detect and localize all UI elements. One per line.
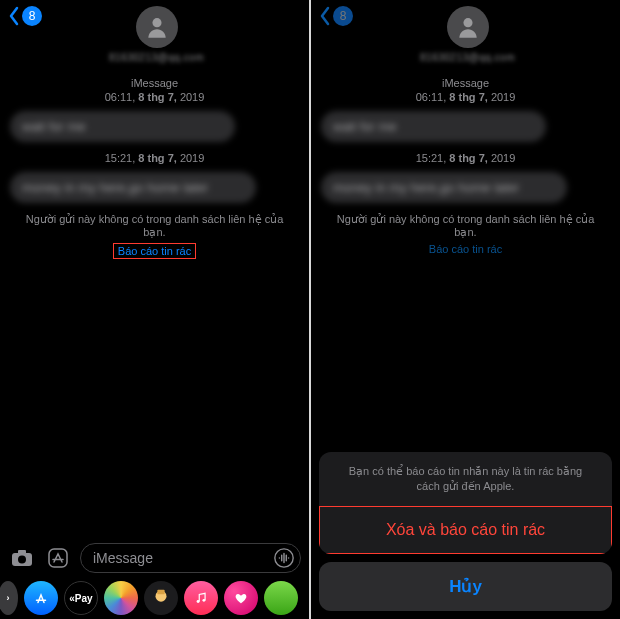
photos-icon[interactable] <box>104 581 138 615</box>
delete-report-button[interactable]: Xóa và báo cáo tin rác <box>319 506 612 554</box>
phone-left: 8 81630213@qq.com iMessage 06:11, 8 thg … <box>0 0 309 619</box>
svg-point-10 <box>463 18 472 27</box>
nav-header: 8 81630213@qq.com <box>311 0 620 71</box>
timestamp: 15:21, 8 thg 7, 2019 <box>321 152 610 164</box>
unread-badge: 8 <box>22 6 42 26</box>
svg-point-3 <box>18 556 26 564</box>
phone-right: 8 81630213@qq.com iMessage 06:11, 8 thg … <box>311 0 620 619</box>
app-strip[interactable]: › «Pay <box>0 579 309 619</box>
action-sheet: Bạn có thể báo cáo tin nhắn này là tin r… <box>311 444 620 619</box>
digital-touch-icon[interactable] <box>224 581 258 615</box>
unread-badge: 8 <box>333 6 353 26</box>
report-junk-link[interactable]: Báo cáo tin rác <box>321 243 610 255</box>
sheet-message: Bạn có thể báo cáo tin nhắn này là tin r… <box>319 452 612 506</box>
message-bubble[interactable]: wait for me <box>10 111 235 142</box>
nav-header: 8 81630213@qq.com <box>0 0 309 71</box>
audio-button[interactable] <box>272 546 296 570</box>
appstore-icon <box>46 546 70 570</box>
message-bubble[interactable]: money in my here,go home later <box>321 172 567 203</box>
message-input[interactable]: iMessage <box>80 543 301 573</box>
message-bubble[interactable]: money in my here,go home later <box>10 172 256 203</box>
svg-rect-2 <box>18 550 26 554</box>
svg-point-0 <box>152 18 161 27</box>
chevron-left-icon <box>8 6 20 26</box>
report-junk-link[interactable]: Báo cáo tin rác <box>10 243 299 259</box>
camera-icon <box>10 548 34 568</box>
timestamp: 06:11, 8 thg 7, 2019 <box>10 91 299 103</box>
svg-rect-4 <box>49 549 67 567</box>
apple-music-icon[interactable] <box>184 581 218 615</box>
back-button[interactable]: 8 <box>8 6 42 26</box>
camera-button[interactable] <box>8 545 36 571</box>
scroll-indicator-icon: › <box>0 581 18 615</box>
unknown-sender-notice: Người gửi này không có trong danh sách l… <box>10 213 299 239</box>
contact-name: 81630213@qq.com <box>420 52 515 63</box>
unknown-sender-notice: Người gửi này không có trong danh sách l… <box>321 213 610 239</box>
contact-avatar[interactable] <box>136 6 178 48</box>
back-button[interactable]: 8 <box>319 6 353 26</box>
input-placeholder: iMessage <box>93 550 153 566</box>
service-label: iMessage <box>321 77 610 89</box>
service-label: iMessage <box>10 77 299 89</box>
apple-pay-icon[interactable]: «Pay <box>64 581 98 615</box>
contact-name: 81630213@qq.com <box>109 52 204 63</box>
timestamp: 06:11, 8 thg 7, 2019 <box>321 91 610 103</box>
appstore-button[interactable] <box>44 545 72 571</box>
waveform-icon <box>273 547 295 569</box>
chevron-left-icon <box>319 6 331 26</box>
app-icon[interactable] <box>264 581 298 615</box>
timestamp: 15:21, 8 thg 7, 2019 <box>10 152 299 164</box>
person-icon <box>144 14 170 40</box>
contact-avatar[interactable] <box>447 6 489 48</box>
svg-point-9 <box>202 599 205 602</box>
svg-point-8 <box>197 600 200 603</box>
svg-rect-7 <box>157 590 164 595</box>
message-bubble[interactable]: wait for me <box>321 111 546 142</box>
person-icon <box>455 14 481 40</box>
memoji-icon[interactable] <box>144 581 178 615</box>
message-thread: iMessage 06:11, 8 thg 7, 2019 wait for m… <box>0 71 309 537</box>
app-store-icon[interactable] <box>24 581 58 615</box>
compose-bar: iMessage <box>0 537 309 579</box>
cancel-button[interactable]: Hủy <box>319 562 612 611</box>
